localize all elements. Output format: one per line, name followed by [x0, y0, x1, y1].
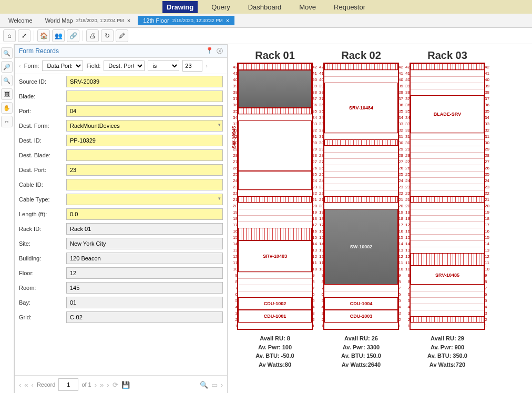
- rack-device[interactable]: [238, 120, 312, 171]
- rack-device[interactable]: SRV-10485: [411, 266, 484, 285]
- last-record-icon[interactable]: ›: [107, 381, 109, 389]
- refresh-icon[interactable]: ⟳: [112, 381, 118, 389]
- rack-device[interactable]: SW-10002: [324, 209, 398, 285]
- nav-drawing[interactable]: Drawing: [162, 1, 198, 13]
- prev-page-icon[interactable]: «: [24, 381, 28, 389]
- rack-device[interactable]: [411, 64, 484, 70]
- field-input[interactable]: [66, 208, 223, 220]
- field-label: Dest. Form:: [19, 123, 63, 129]
- panel-header: Form Records 📍 ⓧ: [15, 45, 227, 58]
- rack-device[interactable]: [238, 228, 312, 240]
- dropdown-caret-icon[interactable]: ▾: [218, 122, 221, 127]
- field-input[interactable]: [66, 238, 223, 249]
- nav-requestor[interactable]: Requestor: [330, 1, 370, 13]
- doctab-world-map[interactable]: World Map2/18/2020, 1:22:04 PM×: [40, 16, 136, 25]
- rack-device[interactable]: [411, 316, 484, 323]
- save-icon[interactable]: 💾: [121, 381, 130, 389]
- rack-device[interactable]: CDU-1001: [238, 310, 312, 323]
- form-row: Site:: [15, 236, 227, 251]
- next-page-icon[interactable]: »: [100, 381, 104, 389]
- toolbar-btn[interactable]: ⌂: [3, 29, 16, 42]
- field-input[interactable]: [66, 179, 223, 190]
- toolbar-btn[interactable]: 🔗: [67, 29, 79, 42]
- expand-icon[interactable]: ›: [221, 381, 223, 389]
- field-input[interactable]: [66, 223, 223, 235]
- field-input[interactable]: [66, 194, 223, 205]
- rack-device[interactable]: [324, 64, 398, 70]
- rack-frame[interactable]: 4242414140403939383837373636353534343333…: [237, 63, 313, 330]
- rack-device[interactable]: BLADE-SRV: [411, 95, 484, 133]
- field-label: Blade:: [19, 93, 63, 99]
- field-input[interactable]: [66, 149, 223, 161]
- rack-device[interactable]: [324, 139, 398, 146]
- op-select[interactable]: is: [148, 61, 179, 71]
- field-input[interactable]: [66, 282, 223, 294]
- field-label: Room:: [19, 285, 63, 291]
- field-input[interactable]: [66, 253, 223, 264]
- sidetool-btn[interactable]: 🔍: [1, 47, 13, 59]
- toolbar-btn[interactable]: ↻: [101, 29, 114, 42]
- rack-device[interactable]: SRV-10483: [238, 240, 312, 272]
- sidetool-btn[interactable]: 🔍: [1, 75, 13, 86]
- rack-device[interactable]: CDU-1002: [238, 297, 312, 310]
- sidetool-btn[interactable]: ✋: [1, 102, 13, 114]
- field-label: Grid:: [19, 314, 63, 320]
- pin-icon[interactable]: 📍: [206, 47, 213, 56]
- rack-device[interactable]: [238, 196, 312, 203]
- field-input[interactable]: [66, 267, 223, 279]
- rack-frame[interactable]: 4242414140403939383837373636353534343333…: [323, 63, 399, 330]
- form-select[interactable]: Data Ports: [42, 61, 83, 71]
- rack-frame[interactable]: 4242414140403939383837373636353534343333…: [410, 63, 485, 330]
- field-label: Building:: [19, 255, 63, 261]
- zoom-tool-icon[interactable]: 🔍: [200, 381, 208, 389]
- rack-device[interactable]: [238, 108, 312, 114]
- filter-prev-icon[interactable]: ‹: [19, 63, 21, 69]
- rack-device[interactable]: CDU-1003: [324, 310, 398, 323]
- rack-device[interactable]: CDU-1004: [324, 297, 398, 310]
- rack-stats: Avail RU: 29Av. Pwr: 900Av. BTU: 350.0Av…: [427, 334, 467, 369]
- first-record-icon[interactable]: ‹: [19, 381, 21, 389]
- field-input[interactable]: [66, 297, 223, 308]
- form-row: Source ID:: [15, 74, 227, 89]
- field-input[interactable]: [66, 120, 223, 132]
- toolbar-btn[interactable]: 🖉: [116, 29, 128, 42]
- rack-device[interactable]: [238, 64, 312, 70]
- field-input[interactable]: [66, 135, 223, 146]
- nav-dashboard[interactable]: Dashboard: [244, 1, 286, 13]
- next-record-icon[interactable]: ›: [95, 381, 97, 389]
- field-input[interactable]: [66, 90, 223, 102]
- drawing-canvas[interactable]: Rack 01424241414040393938383737363635353…: [228, 44, 532, 393]
- prev-record-icon[interactable]: ‹: [32, 381, 34, 389]
- rack-device[interactable]: [411, 253, 484, 266]
- nav-move[interactable]: Move: [295, 1, 320, 13]
- field-input[interactable]: [66, 164, 223, 176]
- toolbar-btn[interactable]: 👥: [52, 29, 65, 42]
- field-input[interactable]: [66, 76, 223, 87]
- field-input[interactable]: [66, 105, 223, 117]
- toolbar-btn[interactable]: ⤢: [18, 29, 30, 42]
- rack-device[interactable]: [238, 70, 312, 108]
- rack-device[interactable]: SRV-10484: [324, 83, 398, 133]
- field-label: Floor:: [19, 270, 63, 276]
- select-tool-icon[interactable]: ▭: [211, 381, 218, 389]
- dropdown-caret-icon[interactable]: ▾: [218, 196, 221, 201]
- field-input[interactable]: [66, 311, 223, 323]
- sidetool-btn[interactable]: ↔: [1, 116, 13, 127]
- filter-value-input[interactable]: [182, 60, 202, 72]
- field-select[interactable]: Dest. Port: [104, 61, 145, 71]
- close-tab-icon[interactable]: ×: [127, 17, 130, 24]
- nav-query[interactable]: Query: [207, 1, 234, 13]
- rack-device[interactable]: [411, 196, 484, 203]
- doctab-welcome[interactable]: Welcome: [3, 16, 38, 25]
- close-tab-icon[interactable]: ×: [226, 17, 229, 24]
- doctab-12th-floor[interactable]: 12th Floor2/19/2020, 12:40:32 PM×: [138, 16, 234, 25]
- close-panel-icon[interactable]: ⓧ: [217, 47, 223, 56]
- filter-next-icon[interactable]: ›: [206, 63, 208, 69]
- rack-device[interactable]: [238, 171, 312, 190]
- toolbar-btn[interactable]: 🖨: [86, 29, 99, 42]
- rack-device[interactable]: [324, 196, 398, 203]
- sidetool-btn[interactable]: 🖼: [1, 88, 13, 100]
- toolbar-btn[interactable]: 🏠: [37, 29, 50, 42]
- record-page-input[interactable]: [58, 378, 78, 391]
- sidetool-btn[interactable]: 🔎: [1, 61, 13, 73]
